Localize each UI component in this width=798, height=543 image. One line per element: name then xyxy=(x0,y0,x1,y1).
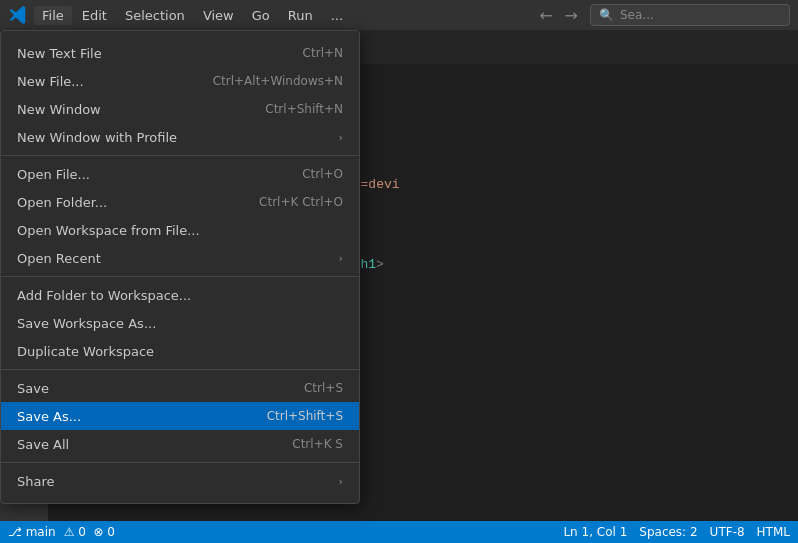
submenu-arrow-profile: › xyxy=(339,131,343,144)
menu-view[interactable]: View xyxy=(195,6,242,25)
vscode-logo xyxy=(8,5,28,25)
nav-back-button[interactable]: ← xyxy=(535,4,556,27)
menu-file[interactable]: File xyxy=(34,6,72,25)
menu-section-new: New Text File Ctrl+N New File... Ctrl+Al… xyxy=(1,35,359,156)
menu-more[interactable]: ... xyxy=(323,6,351,25)
file-dropdown-menu: New Text File Ctrl+N New File... Ctrl+Al… xyxy=(0,30,360,504)
menu-open-folder[interactable]: Open Folder... Ctrl+K Ctrl+O xyxy=(1,188,359,216)
status-bar: ⎇ main ⚠ 0 ⊗ 0 Ln 1, Col 1 Spaces: 2 UTF… xyxy=(0,521,798,543)
status-branch[interactable]: ⎇ main xyxy=(8,525,56,539)
submenu-arrow-recent: › xyxy=(339,252,343,265)
menu-new-text-file[interactable]: New Text File Ctrl+N xyxy=(1,39,359,67)
status-language[interactable]: HTML xyxy=(757,525,790,539)
submenu-arrow-share: › xyxy=(339,475,343,488)
title-bar: File Edit Selection View Go Run ... ← → … xyxy=(0,0,798,30)
menu-section-workspace: Add Folder to Workspace... Save Workspac… xyxy=(1,277,359,370)
menu-section-open: Open File... Ctrl+O Open Folder... Ctrl+… xyxy=(1,156,359,277)
status-bar-right: Ln 1, Col 1 Spaces: 2 UTF-8 HTML xyxy=(563,525,790,539)
title-bar-right: ← → 🔍 Sea... xyxy=(535,4,790,27)
menu-go[interactable]: Go xyxy=(244,6,278,25)
status-spaces[interactable]: Spaces: 2 xyxy=(639,525,697,539)
menu-selection[interactable]: Selection xyxy=(117,6,193,25)
search-icon: 🔍 xyxy=(599,8,614,22)
status-errors[interactable]: ⚠ 0 ⊗ 0 xyxy=(64,525,115,539)
menu-section-save: Save Ctrl+S Save As... Ctrl+Shift+S Save… xyxy=(1,370,359,463)
menu-new-file[interactable]: New File... Ctrl+Alt+Windows+N xyxy=(1,67,359,95)
menu-open-recent[interactable]: Open Recent › xyxy=(1,244,359,272)
menu-save[interactable]: Save Ctrl+S xyxy=(1,374,359,402)
menu-bar: File Edit Selection View Go Run ... xyxy=(34,6,351,25)
menu-add-folder[interactable]: Add Folder to Workspace... xyxy=(1,281,359,309)
search-box[interactable]: 🔍 Sea... xyxy=(590,4,790,26)
menu-save-workspace-as[interactable]: Save Workspace As... xyxy=(1,309,359,337)
menu-save-all[interactable]: Save All Ctrl+K S xyxy=(1,430,359,458)
dropdown-menu-container: New Text File Ctrl+N New File... Ctrl+Al… xyxy=(0,30,360,504)
search-placeholder: Sea... xyxy=(620,8,654,22)
menu-edit[interactable]: Edit xyxy=(74,6,115,25)
menu-share[interactable]: Share › xyxy=(1,467,359,495)
menu-new-window-profile[interactable]: New Window with Profile › xyxy=(1,123,359,151)
nav-forward-button[interactable]: → xyxy=(561,4,582,27)
status-encoding[interactable]: UTF-8 xyxy=(710,525,745,539)
nav-arrows: ← → xyxy=(535,4,582,27)
menu-open-workspace[interactable]: Open Workspace from File... xyxy=(1,216,359,244)
menu-run[interactable]: Run xyxy=(280,6,321,25)
menu-duplicate-workspace[interactable]: Duplicate Workspace xyxy=(1,337,359,365)
menu-save-as[interactable]: Save As... Ctrl+Shift+S xyxy=(1,402,359,430)
status-cursor[interactable]: Ln 1, Col 1 xyxy=(563,525,627,539)
status-bar-left: ⎇ main ⚠ 0 ⊗ 0 xyxy=(8,525,115,539)
menu-section-share: Share › xyxy=(1,463,359,499)
menu-new-window[interactable]: New Window Ctrl+Shift+N xyxy=(1,95,359,123)
menu-open-file[interactable]: Open File... Ctrl+O xyxy=(1,160,359,188)
